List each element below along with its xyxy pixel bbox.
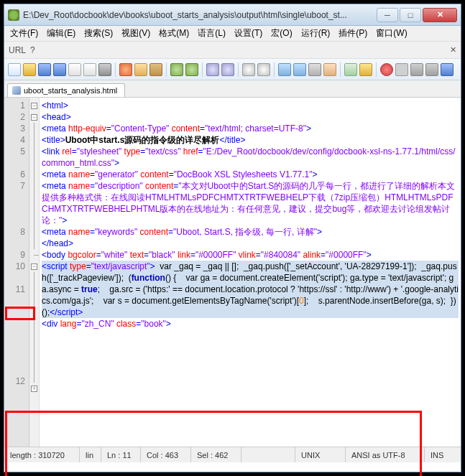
status-spacer [241,447,295,462]
minimize-button[interactable]: ─ [377,8,398,22]
menu-view[interactable]: 视图(V) [119,26,153,41]
copy-icon[interactable] [134,63,147,76]
menubar: 文件(F) 编辑(E) 搜索(S) 视图(V) 格式(M) 语言(L) 设置(T… [4,26,461,42]
status-mode: INS [425,447,461,462]
status-lines: lin [80,447,101,462]
menu-format[interactable]: 格式(M) [156,26,192,41]
macro-save-icon[interactable] [441,63,454,76]
titlebar[interactable]: E:\Dev_Root\docbook\dev\books\uboot_star… [4,4,461,26]
code-area[interactable]: <html> <head> <meta http-equiv="Content-… [40,98,461,447]
open-icon[interactable] [23,63,36,76]
status-col: Col : 463 [141,447,191,462]
toolbar [4,59,461,80]
fold-toggle[interactable]: − [29,100,39,111]
sync-h-icon[interactable] [293,63,306,76]
invisible-icon[interactable] [323,63,336,76]
new-icon[interactable] [8,63,21,76]
tab-file[interactable]: uboot_starts_analysis.html [7,83,125,97]
menu-search[interactable]: 搜索(S) [81,26,116,41]
url-help[interactable]: ? [30,45,35,55]
macro-play-icon[interactable] [410,63,423,76]
app-window: E:\Dev_Root\docbook\dev\books\uboot_star… [4,4,461,472]
menu-plugins[interactable]: 插件(P) [336,26,370,41]
cut-icon[interactable] [119,63,132,76]
selected-line: <script type="text/javascript"> var _gaq… [42,261,459,318]
indent-guide-icon[interactable] [344,63,357,76]
status-encoding: ANSI as UTF-8 [346,447,425,462]
zoom-in-icon[interactable] [242,63,255,76]
sync-v-icon[interactable] [278,63,291,76]
menu-window[interactable]: 窗口(W) [373,26,410,41]
closeall-icon[interactable] [83,63,96,76]
save-icon[interactable] [38,63,51,76]
file-icon [12,86,21,95]
menu-file[interactable]: 文件(F) [7,26,41,41]
wrap-icon[interactable] [308,63,321,76]
find-icon[interactable] [206,63,219,76]
line-gutter: 123 45 6 7 8 910 11 12 [4,98,29,447]
close-file-icon[interactable] [68,63,81,76]
status-ln: Ln : 11 [101,447,141,462]
url-close-icon[interactable]: ✕ [450,45,456,55]
paste-icon[interactable] [149,63,162,76]
status-eol: UNIX [295,447,346,462]
macro-stop-icon[interactable] [395,63,408,76]
status-sel: Sel : 462 [191,447,241,462]
app-icon [8,9,19,21]
window-title: E:\Dev_Root\docbook\dev\books\uboot_star… [23,10,377,20]
replace-icon[interactable] [221,63,234,76]
zoom-out-icon[interactable] [257,63,270,76]
status-length: length : 310720 [4,447,80,462]
statusbar: length : 310720 lin Ln : 11 Col : 463 Se… [4,447,461,462]
close-button[interactable]: ✕ [423,8,457,22]
menu-run[interactable]: 运行(R) [298,26,333,41]
menu-settings[interactable]: 设置(T) [231,26,265,41]
url-label: URL [9,45,26,55]
editor: 123 45 6 7 8 910 11 12 − − − + <html> <h… [4,98,461,447]
fold-column: − − − + [29,98,40,447]
tab-bar: uboot_starts_analysis.html [4,80,461,98]
maximize-button[interactable]: □ [400,8,421,22]
redo-icon[interactable] [185,63,198,76]
tab-label: uboot_starts_analysis.html [24,86,117,95]
undo-icon[interactable] [170,63,183,76]
saveall-icon[interactable] [53,63,66,76]
macro-record-icon[interactable] [380,63,393,76]
folder-icon[interactable] [359,63,372,76]
menu-edit[interactable]: 编辑(E) [44,26,78,41]
fold-toggle[interactable]: − [29,261,39,272]
menu-macro[interactable]: 宏(O) [268,26,295,41]
fold-toggle[interactable]: + [29,383,39,394]
url-bar: URL ? ✕ [4,42,461,59]
fold-toggle[interactable]: − [29,111,39,123]
print-icon[interactable] [98,63,111,76]
macro-multi-icon[interactable] [425,63,438,76]
menu-language[interactable]: 语言(L) [195,26,229,41]
